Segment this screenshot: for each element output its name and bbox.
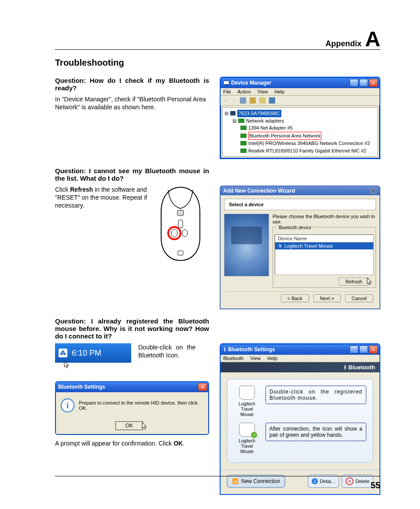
- tree-item[interactable]: Intel(R) PRO/Wireless 3945ABG Network Co…: [240, 140, 376, 147]
- delete-button[interactable]: × Delete: [342, 475, 373, 488]
- device-list-row[interactable]: 🖱 Logitech Travel Mouse: [275, 242, 373, 249]
- svg-point-6: [182, 230, 188, 237]
- mouse-diagram: [158, 186, 203, 263]
- appendix-letter: A: [365, 31, 380, 48]
- ok-button[interactable]: OK: [115, 421, 143, 430]
- fieldset-label: Bluetooth device: [277, 225, 313, 230]
- back-button[interactable]: < Back: [281, 294, 309, 302]
- footer-rule: [55, 476, 380, 476]
- toolbar: ← →: [221, 96, 379, 106]
- appendix-label: Appendix: [325, 39, 361, 48]
- menubar: Bluetooth View Help: [221, 355, 379, 362]
- device-manager-icon: [223, 80, 229, 86]
- device-label: Logitech Travel Mouse: [239, 438, 255, 454]
- close-button[interactable]: ×: [198, 383, 207, 391]
- info-icon: i: [61, 398, 74, 412]
- double-click-tip: Double-click on the Bluetooth Icon.: [138, 343, 195, 359]
- question-3: Question: I already registered the Bluet…: [55, 317, 209, 340]
- maximize-button[interactable]: □: [359, 79, 368, 87]
- note-box-1: Double-click on the registered Bluetooth…: [265, 386, 366, 404]
- menubar: File Action View Help: [221, 88, 379, 96]
- menu-view[interactable]: View: [258, 89, 268, 94]
- delete-icon: ×: [346, 477, 354, 485]
- toolbar-icon[interactable]: [250, 97, 256, 104]
- answer-2: Click Refresh in the software and "RESET…: [55, 186, 147, 210]
- bluetooth-icon: ᚼ: [223, 346, 226, 353]
- computer-node[interactable]: 7623-5A794B598C: [237, 110, 281, 117]
- tree-item[interactable]: 1394 Net Adapter #5: [240, 124, 376, 132]
- window-title: Device Manager: [231, 80, 271, 86]
- antenna-icon: 📶: [232, 478, 239, 484]
- minimize-button[interactable]: _: [350, 346, 358, 353]
- question-2: Question: I cannot see my Bluetooth mous…: [55, 167, 209, 182]
- device-manager-window: Device Manager _ □ × File Action View He…: [220, 77, 380, 159]
- computer-icon: [230, 111, 236, 115]
- note-box-2: After connection, the icon will show a p…: [265, 423, 366, 441]
- mouse-icon: 🖱: [278, 243, 283, 249]
- svg-point-5: [171, 229, 177, 237]
- wizard-image: [224, 214, 269, 276]
- minimize-button[interactable]: _: [350, 79, 358, 87]
- wizard-instruction: Please choose the Bluetooth device you w…: [273, 214, 376, 224]
- tray-clock: 6:10 PM: [72, 349, 101, 358]
- window-title: Bluetooth Settings: [228, 346, 275, 353]
- detail-button[interactable]: i Detai...: [308, 475, 339, 488]
- cursor-icon: [64, 361, 71, 369]
- cursor-icon: [367, 278, 374, 286]
- nav-fwd-icon[interactable]: →: [232, 98, 236, 103]
- toolbar-icon[interactable]: [240, 97, 246, 104]
- menu-action[interactable]: Action: [237, 89, 251, 94]
- cancel-button[interactable]: Cancel: [345, 294, 373, 302]
- wizard-title: Add New Connection Wizard: [223, 188, 295, 194]
- toolbar-icon[interactable]: [259, 97, 265, 104]
- connection-wizard-window: Add New Connection Wizard × Select a dev…: [220, 186, 380, 309]
- svg-rect-3: [178, 220, 183, 228]
- page-header: Appendix A: [55, 31, 380, 50]
- cursor-icon: [142, 422, 149, 430]
- question-1: Question: How do I check if my Bluetooth…: [55, 77, 209, 92]
- device-list-header: Device Name: [275, 235, 373, 242]
- device-icon[interactable]: Logitech Travel Mouse: [234, 386, 260, 417]
- close-button[interactable]: ×: [370, 188, 377, 194]
- dialog-title: Bluetooth Settings: [58, 384, 105, 390]
- toolbar-icon[interactable]: [269, 97, 275, 104]
- confirmation-caption: A prompt will appear for confirmation. C…: [55, 439, 209, 447]
- close-button[interactable]: ×: [369, 346, 378, 353]
- answer-1: In "Device Manager", check if "Bluetooth…: [55, 95, 209, 111]
- menu-help[interactable]: Help: [267, 356, 277, 361]
- info-icon: i: [312, 478, 318, 484]
- bluetooth-logo-icon: ᚼ: [343, 364, 347, 371]
- page-number: 55: [371, 480, 380, 490]
- close-button[interactable]: ×: [369, 79, 378, 87]
- wizard-step-header: Select a device: [224, 199, 376, 210]
- menu-file[interactable]: File: [223, 89, 231, 94]
- tree-item-bluetooth[interactable]: Bluetooth Personal Area Network: [240, 132, 376, 140]
- svg-rect-0: [224, 81, 229, 85]
- bluetooth-tray-icon[interactable]: ⁂: [59, 349, 67, 357]
- nav-back-icon[interactable]: ←: [223, 98, 228, 103]
- next-button[interactable]: Next >: [313, 294, 341, 302]
- svg-rect-2: [177, 210, 184, 215]
- brand-strip: ᚼ Bluetooth: [221, 362, 379, 372]
- tree-item[interactable]: Realtek RTL8169/8110 Family Gigabit Ethe…: [240, 147, 376, 155]
- svg-rect-7: [178, 251, 183, 255]
- dialog-message: Prepare to connect to the remote HID dev…: [79, 400, 203, 411]
- device-list[interactable]: Device Name 🖱 Logitech Travel Mouse: [275, 234, 374, 275]
- system-tray[interactable]: ⁂ 6:10 PM: [55, 343, 131, 363]
- new-connection-button[interactable]: 📶 New Connection: [227, 475, 285, 488]
- menu-view[interactable]: View: [251, 356, 261, 361]
- device-icon-connected[interactable]: Logitech Travel Mouse: [234, 423, 260, 454]
- maximize-button[interactable]: □: [359, 346, 368, 353]
- bluetooth-settings-window: ᚼ Bluetooth Settings _ □ × Bluetooth Vie…: [220, 343, 380, 495]
- section-title: Troubleshooting: [55, 58, 380, 68]
- network-adapters-node[interactable]: Network adapters: [246, 117, 284, 125]
- menu-bluetooth[interactable]: Bluetooth: [223, 356, 243, 361]
- svg-rect-1: [225, 85, 227, 85]
- device-label: Logitech Travel Mouse: [239, 401, 255, 417]
- network-adapters-icon: [238, 119, 244, 123]
- menu-help[interactable]: Help: [275, 89, 285, 94]
- bluetooth-prompt-dialog: Bluetooth Settings × i Prepare to connec…: [55, 381, 209, 435]
- refresh-button[interactable]: Refresh: [339, 278, 369, 286]
